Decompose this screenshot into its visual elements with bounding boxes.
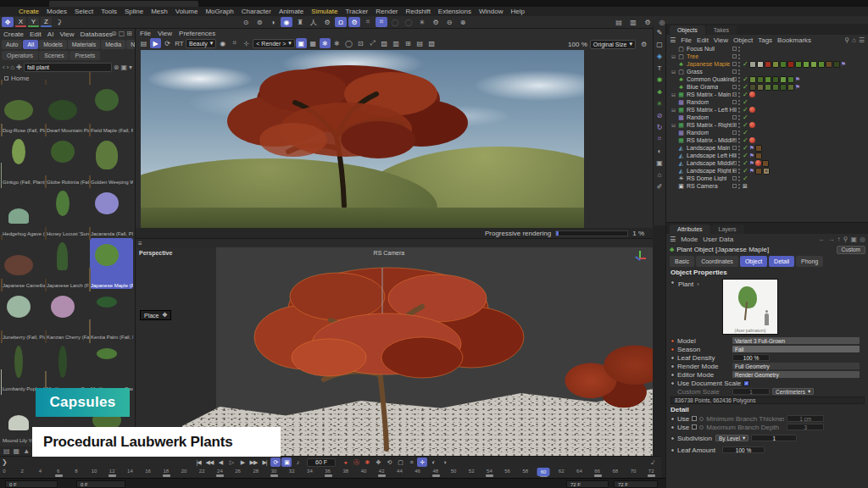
asset-subtab[interactable]: Presets xyxy=(70,51,100,60)
render-view-icon[interactable]: ⊹ xyxy=(241,38,252,48)
param-dot[interactable] xyxy=(670,381,675,385)
doc-scale-checkbox[interactable]: ✓ xyxy=(743,380,749,386)
object-badge[interactable]: ⊠ xyxy=(743,183,748,190)
object-row[interactable]: ▩ Random ✓ xyxy=(666,114,868,121)
palette-icon[interactable]: ✎ xyxy=(654,27,665,37)
object-badge[interactable] xyxy=(772,61,779,68)
keying-button[interactable]: ▢ xyxy=(395,458,405,467)
transport-button[interactable]: ▶▶ xyxy=(248,458,259,467)
timeline-tick[interactable]: 8 xyxy=(75,469,77,474)
visibility-dots[interactable] xyxy=(738,160,741,167)
object-badge[interactable]: ⚑ xyxy=(795,84,800,91)
asset-view-icon[interactable]: ⊞ xyxy=(126,30,132,37)
render-button-icon[interactable]: ▥ xyxy=(627,17,639,27)
plant-grid-item[interactable]: Field Maple (Fall, Plant) xyxy=(90,83,133,134)
object-label[interactable]: Focus Null xyxy=(687,46,715,52)
object-badge[interactable] xyxy=(833,61,840,68)
keying-button[interactable]: ⟲ xyxy=(384,458,394,467)
object-menu-item[interactable]: Bookmarks xyxy=(777,36,811,44)
visibility-dots[interactable] xyxy=(738,61,741,68)
palette-icon[interactable]: ▣ xyxy=(654,158,665,168)
aov-dropdown[interactable]: Beauty▾ xyxy=(186,39,216,48)
object-badge[interactable] xyxy=(810,61,817,68)
object-manager-tab[interactable]: Takes xyxy=(706,25,737,35)
layer-toggle[interactable] xyxy=(732,92,737,97)
layer-toggle[interactable] xyxy=(732,138,737,142)
keying-button[interactable]: ≡ xyxy=(406,458,416,467)
object-manager-icon[interactable]: ⌂ xyxy=(852,36,856,44)
param-dot[interactable] xyxy=(670,373,675,377)
axis-lock-button[interactable]: X xyxy=(15,17,26,27)
render-view-icon[interactable]: ⌗ xyxy=(229,38,240,48)
subdivision-mode-dropdown[interactable]: By Level▾ xyxy=(715,435,748,441)
render-view-icon[interactable]: ▶ xyxy=(150,38,161,48)
hamburger-icon[interactable]: ☰ xyxy=(670,36,676,44)
toolbar-icon[interactable]: ♜ xyxy=(294,17,306,27)
palette-icon[interactable]: ◐ xyxy=(654,146,665,156)
layer-toggle[interactable] xyxy=(732,62,737,66)
object-badge[interactable]: ✓ xyxy=(743,159,748,167)
keying-button[interactable]: ◑ xyxy=(439,458,449,467)
range-start-field[interactable]: 0 F xyxy=(5,480,58,488)
object-badge[interactable]: ⚑ xyxy=(749,168,754,175)
menu-item[interactable]: Volume xyxy=(175,8,198,15)
param-dot[interactable] xyxy=(670,436,675,441)
menu-item[interactable]: Help xyxy=(510,8,524,15)
object-row[interactable]: ▩ Random ✓ xyxy=(666,98,868,106)
timeline-tick[interactable]: 58 xyxy=(522,469,528,474)
render-button-icon[interactable]: ⚙ xyxy=(642,17,654,27)
asset-subtab[interactable]: Scenes xyxy=(39,51,69,60)
menu-item[interactable]: Tools xyxy=(101,8,117,15)
timeline-tick[interactable]: 68 xyxy=(612,469,618,474)
param-value[interactable]: 100 % xyxy=(732,354,770,361)
timeline-tick[interactable]: 32 xyxy=(289,469,295,474)
param-dot[interactable] xyxy=(670,448,675,452)
object-badge[interactable]: ✓ xyxy=(743,75,748,83)
timeline-tick[interactable]: 20 xyxy=(181,469,187,474)
timeline-tick[interactable]: 10 xyxy=(92,469,97,474)
asset-menu-item[interactable]: Edit xyxy=(30,30,42,38)
asset-subtab[interactable]: Operators xyxy=(2,51,38,60)
object-badge[interactable] xyxy=(749,61,756,68)
fcurve-icon[interactable]: ⤦ xyxy=(648,458,658,467)
expand-arrow-icon[interactable]: › xyxy=(697,280,699,288)
search-option-icon[interactable]: ▣ xyxy=(120,64,127,71)
attributes-menu-item[interactable]: Mode xyxy=(681,236,698,243)
asset-menu-item[interactable]: View xyxy=(59,30,74,38)
plant-grid-item[interactable]: Kanzan Cherry (Fall, Pl... xyxy=(46,290,89,341)
object-badge[interactable]: ✓ xyxy=(743,136,748,144)
object-row[interactable]: ◭ Landscape Middle Hill ✓⚑ xyxy=(666,159,868,167)
timeline-tick[interactable]: 26 xyxy=(235,469,241,474)
object-badge[interactable]: ✓ xyxy=(743,106,748,114)
layer-toggle[interactable] xyxy=(732,100,737,104)
layer-toggle[interactable] xyxy=(732,146,737,150)
object-badge[interactable] xyxy=(755,145,762,152)
palette-icon[interactable]: ✐ xyxy=(654,181,665,191)
param-value[interactable]: Full Geometry xyxy=(732,363,860,369)
timeline-tick[interactable]: 50 xyxy=(451,469,457,474)
gear-icon[interactable]: ⚙ xyxy=(638,39,649,49)
toolbar-icon[interactable]: ◑ xyxy=(267,17,279,27)
object-row[interactable]: ◭ Landscape Main ✓⚑ xyxy=(666,144,868,152)
object-badge[interactable] xyxy=(765,61,771,68)
plant-grid-item[interactable]: Lombardy Poplar (Fall... xyxy=(2,341,45,392)
object-badge[interactable] xyxy=(749,76,756,83)
layer-toggle[interactable] xyxy=(732,115,737,119)
playhead[interactable]: 60 xyxy=(537,468,550,476)
toolbar-icon[interactable]: ⚙ xyxy=(430,17,442,27)
object-badge[interactable] xyxy=(749,137,755,143)
param-dot[interactable] xyxy=(670,364,675,369)
object-badge[interactable]: ✕ xyxy=(763,168,770,175)
visibility-dots[interactable] xyxy=(738,107,741,114)
toolbar-icon[interactable]: ◯ xyxy=(403,17,415,27)
keying-button[interactable]: ✱ xyxy=(362,458,372,467)
attributes-nav-icon[interactable]: ▣ xyxy=(850,236,857,243)
expand-icon[interactable]: ⊟ xyxy=(671,122,677,128)
object-row[interactable]: ▦ RS Matrix - Middle Hill ✓ xyxy=(666,136,868,144)
layer-toggle[interactable] xyxy=(732,85,737,89)
object-row[interactable]: ⊟ ▦ RS Matrix - Main Ground ✓ xyxy=(666,91,868,98)
object-badge[interactable]: ⚑ xyxy=(749,145,754,152)
toolbar-icon[interactable]: ⊚ xyxy=(253,17,265,27)
plant-grid-item[interactable]: Japanese Camellia (Fal... xyxy=(2,238,45,289)
timeline-tick[interactable]: 34 xyxy=(307,469,313,474)
